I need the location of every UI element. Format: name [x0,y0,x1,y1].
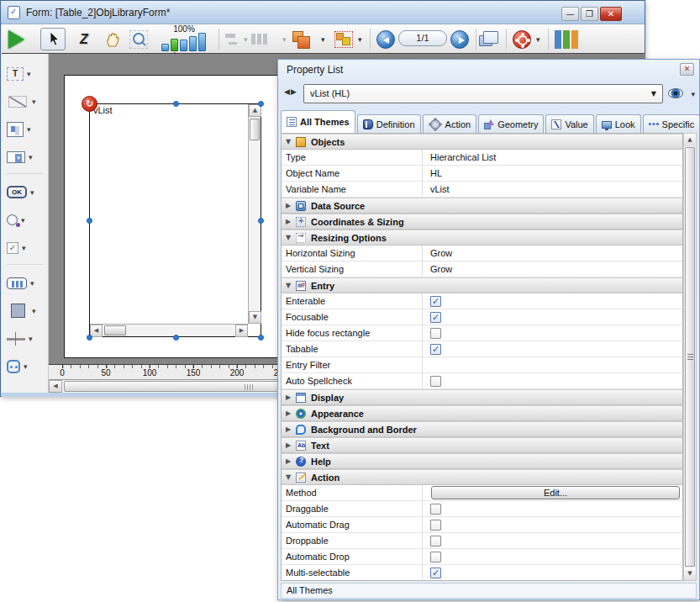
palette-tool-checkbox[interactable]: ✓▾ [7,236,48,259]
tab-all-themes[interactable]: All Themes [281,110,355,133]
canvas-scroll-left-icon[interactable]: ◀ [49,380,62,393]
checkbox-unchecked[interactable] [430,552,441,562]
property-value-cell[interactable]: vList [422,182,682,197]
checkbox-unchecked[interactable] [430,536,441,547]
property-group-text[interactable]: ▶Text [282,437,682,453]
group-button[interactable] [334,28,353,50]
edit-method-button[interactable]: Edit... [431,486,680,499]
pointer-tool-button[interactable] [40,28,66,50]
run-form-button[interactable] [8,28,24,50]
palette-tool-listbox[interactable]: ▾ [7,118,48,140]
property-group-help[interactable]: ▶Help [282,453,682,469]
checkbox-checked[interactable]: ✓ [430,296,441,307]
close-button[interactable]: ✕ [600,7,622,21]
property-value-cell[interactable]: ✓ [422,309,682,325]
property-value-cell[interactable]: ✓ [422,565,682,580]
maximize-button[interactable]: ❐ [581,7,598,21]
property-group-resizing-options[interactable]: ▼Resizing Options [282,230,682,246]
zoom-bar-5[interactable] [198,33,206,51]
checkbox-checked[interactable]: ✓ [430,344,441,355]
selection-handle-mid-right[interactable] [258,218,264,224]
property-value-cell[interactable] [422,501,682,516]
selection-handle-bottom-mid[interactable] [173,335,179,341]
scroll-down-icon[interactable]: ▼ [249,311,261,324]
zoom-level-widget[interactable]: 100% [160,25,215,53]
property-group-objects[interactable]: ▼Objects [282,134,682,150]
panel-scroll-down-icon[interactable]: ▼ [684,568,696,580]
collapse-triangle-icon[interactable]: ▼ [286,234,296,241]
hierarchical-list-object[interactable]: vList ▲ ▼ ◀ ▶ [89,103,261,337]
zoom-bars[interactable] [161,33,208,51]
panel-close-button[interactable]: ✕ [680,63,694,76]
tool-dropdown-caret-icon[interactable]: ▾ [24,362,28,371]
property-group-coordinates-sizing[interactable]: ▶Coordinates & Sizing [282,214,682,230]
zoom-bar-1[interactable] [161,44,169,51]
property-value-cell[interactable]: Grow [422,261,682,277]
selection-handle-bottom-right[interactable] [258,335,264,341]
scroll-right-icon[interactable]: ▶ [235,325,248,337]
horizontal-scroll-thumb[interactable] [104,325,126,335]
expand-triangle-icon[interactable]: ▶ [286,425,296,433]
checkbox-checked[interactable]: ✓ [430,312,441,323]
object-selector-dropdown[interactable]: vList (HL) ▼ [303,84,663,103]
layering-button[interactable] [297,28,308,50]
tool-dropdown-caret-icon[interactable]: ▾ [21,216,25,224]
property-value-cell[interactable]: Hierarchical List [422,150,682,165]
object-nav-arrows[interactable]: ◀▶ [284,87,297,96]
checkbox-unchecked[interactable] [430,520,441,531]
expand-triangle-icon[interactable]: ▶ [286,457,296,465]
checkbox-checked[interactable]: ✓ [430,568,441,578]
property-group-entry[interactable]: ▼Entry [282,277,682,293]
property-value-cell[interactable] [422,357,682,372]
panel-scrollbar[interactable]: ▲ ▼ [683,133,697,581]
panel-scroll-thumb[interactable] [685,147,695,567]
property-group-display[interactable]: ▶Display [282,389,682,405]
tab-definition[interactable]: Definition [357,114,421,133]
zoom-bar-current[interactable] [171,39,178,51]
tool-dropdown-caret-icon[interactable]: ▾ [27,125,31,134]
layering-dropdown-caret[interactable]: ▾ [321,28,325,50]
tool-dropdown-caret-icon[interactable]: ▾ [29,153,33,161]
tool-dropdown-caret-icon[interactable]: ▾ [27,70,31,78]
checkbox-unchecked[interactable] [430,504,441,515]
selection-handle-top-mid[interactable] [173,101,179,107]
palette-tool-text[interactable]: T▾ [7,62,48,85]
palette-tool-radio[interactable]: ▾ [7,209,48,231]
tool-dropdown-caret-icon[interactable]: ▾ [29,335,33,343]
list-horizontal-scrollbar[interactable]: ◀ ▶ [90,324,248,336]
palette-tool-rectangle[interactable]: ▾ [7,299,48,322]
group-dropdown-caret[interactable]: ▾ [358,28,362,50]
zoom-bar-3[interactable] [180,40,187,51]
panel-scroll-up-icon[interactable]: ▲ [684,134,696,146]
tool-dropdown-caret-icon[interactable]: ▾ [22,244,26,252]
form-properties-button[interactable] [513,28,531,50]
property-group-background-and-border[interactable]: ▶Background and Border [282,421,682,437]
property-value-cell[interactable]: Edit... [422,485,682,500]
object-method-badge-icon[interactable]: ↻ [82,96,97,112]
property-value-cell[interactable]: Grow [422,246,682,261]
tool-dropdown-caret-icon[interactable]: ▾ [32,98,36,106]
pan-tool-button[interactable] [101,28,124,50]
palette-tool-btngrid[interactable]: ▾ [7,272,48,294]
tab-value[interactable]: Value [545,114,593,133]
property-value-cell[interactable] [422,325,682,341]
collapse-triangle-icon[interactable]: ▼ [286,138,296,145]
vertical-scroll-thumb[interactable] [250,119,260,140]
zoom-bar-4[interactable] [189,36,197,51]
zoom-tool-button[interactable] [129,28,148,50]
align-button-disabled[interactable] [225,28,235,50]
selection-handle-mid-left[interactable] [87,218,92,224]
property-value-cell[interactable]: ✓ [422,341,682,356]
properties-dropdown-caret[interactable]: ▾ [536,28,540,50]
tab-geometry[interactable]: Geometry [478,114,544,133]
page-indicator[interactable]: 1/1 [398,30,447,46]
palette-tool-splitter[interactable]: ▾ [7,327,48,350]
property-group-data-source[interactable]: ▶Data Source [282,198,682,214]
property-value-cell[interactable] [422,533,682,548]
palette-tool-button[interactable]: OK▾ [7,181,48,203]
expand-triangle-icon[interactable]: ▶ [286,218,296,225]
expand-triangle-icon[interactable]: ▶ [286,441,296,449]
tool-dropdown-caret-icon[interactable]: ▾ [32,307,36,315]
theme-visibility-button[interactable]: ▾ [668,87,695,102]
list-vertical-scrollbar[interactable]: ▲ ▼ [248,104,261,324]
